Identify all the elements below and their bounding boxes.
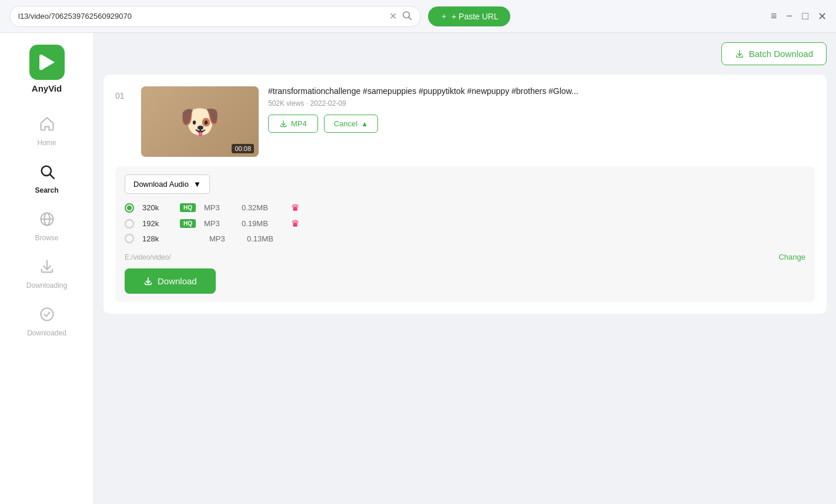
svg-line-1 bbox=[409, 17, 411, 19]
bitrate-192k: 192k bbox=[142, 219, 172, 228]
audio-dropdown-panel: Download Audio ▼ 320k HQ MP3 0.32MB ♛ bbox=[115, 166, 815, 302]
mp4-button[interactable]: MP4 bbox=[268, 115, 318, 133]
downloaded-icon bbox=[39, 306, 55, 327]
sidebar-item-browse-label: Browse bbox=[35, 234, 58, 242]
video-views: 502K views bbox=[268, 99, 304, 107]
video-title: #transformationchallenge #samepuppies #p… bbox=[268, 86, 815, 96]
video-date: 2022-02-09 bbox=[310, 99, 346, 107]
sidebar: AnyVid Home Search bbox=[0, 33, 94, 504]
sidebar-item-home-label: Home bbox=[37, 139, 56, 147]
change-label: Change bbox=[778, 253, 805, 261]
search-icon bbox=[39, 163, 55, 184]
sidebar-item-browse[interactable]: Browse bbox=[0, 205, 93, 248]
chevron-up-icon: ▲ bbox=[361, 120, 368, 128]
svg-rect-3 bbox=[39, 55, 43, 70]
download-button[interactable]: Download bbox=[125, 268, 216, 294]
window-controls: ≡ − □ ✕ bbox=[771, 10, 827, 23]
radio-192k[interactable] bbox=[125, 219, 134, 229]
hq-badge-192k: HQ bbox=[180, 219, 196, 228]
radio-128k[interactable] bbox=[125, 234, 134, 243]
video-header: 01 🐶 ▶ 00:08 #transformationchallenge #s… bbox=[115, 86, 815, 157]
sidebar-item-downloading[interactable]: Downloading bbox=[0, 253, 93, 295]
cancel-button[interactable]: Cancel ▲ bbox=[324, 115, 378, 133]
sidebar-item-downloaded-label: Downloaded bbox=[27, 329, 66, 337]
audio-dropdown-label: Download Audio bbox=[133, 180, 189, 189]
size-128k: 0.13MB bbox=[247, 234, 288, 243]
main-layout: AnyVid Home Search bbox=[0, 33, 836, 504]
bitrate-320k: 320k bbox=[142, 203, 172, 212]
app-logo-icon bbox=[29, 45, 65, 80]
audio-dropdown-button[interactable]: Download Audio ▼ bbox=[125, 174, 210, 194]
dog-silhouette: 🐶 bbox=[179, 102, 220, 141]
premium-crown-192k: ♛ bbox=[291, 218, 299, 229]
video-info: #transformationchallenge #samepuppies #p… bbox=[268, 86, 815, 133]
paste-url-plus-icon: ＋ bbox=[440, 11, 448, 22]
logo-area: AnyVid bbox=[29, 45, 65, 93]
titlebar: l13/video/7062539762560929070 ✕ ＋ + Past… bbox=[0, 0, 836, 33]
svg-point-10 bbox=[41, 308, 53, 321]
bitrate-128k: 128k bbox=[142, 234, 172, 243]
minimize-icon[interactable]: − bbox=[787, 10, 793, 22]
premium-crown-320k: ♛ bbox=[291, 202, 299, 213]
url-search-icon[interactable] bbox=[402, 10, 412, 23]
top-bar: Batch Download bbox=[103, 42, 827, 65]
format-192k: MP3 bbox=[204, 219, 233, 228]
size-192k: 0.19MB bbox=[242, 219, 283, 228]
audio-dropdown-arrow-icon: ▼ bbox=[193, 180, 201, 189]
radio-320k[interactable] bbox=[125, 203, 134, 213]
sidebar-item-search[interactable]: Search bbox=[0, 157, 93, 200]
batch-download-label: Batch Download bbox=[749, 49, 813, 59]
format-320k: MP3 bbox=[204, 203, 233, 212]
mp4-label: MP4 bbox=[291, 119, 307, 128]
url-clear-button[interactable]: ✕ bbox=[389, 11, 397, 22]
maximize-icon[interactable]: □ bbox=[802, 10, 808, 22]
paste-url-label: + Paste URL bbox=[452, 12, 499, 21]
svg-marker-2 bbox=[42, 55, 55, 70]
video-thumbnail[interactable]: 🐶 ▶ 00:08 bbox=[141, 86, 259, 157]
save-path-text: E:/video/video/ bbox=[125, 253, 171, 261]
video-actions: MP4 Cancel ▲ bbox=[268, 115, 815, 133]
cancel-label: Cancel bbox=[334, 119, 357, 128]
quality-row-128k[interactable]: 128k MP3 0.13MB bbox=[125, 234, 805, 243]
app-name: AnyVid bbox=[32, 83, 62, 93]
sidebar-item-search-label: Search bbox=[35, 186, 58, 194]
sidebar-item-home[interactable]: Home bbox=[0, 110, 93, 153]
size-320k: 0.32MB bbox=[242, 203, 283, 212]
download-label: Download bbox=[158, 276, 197, 286]
close-icon[interactable]: ✕ bbox=[818, 10, 827, 23]
batch-download-button[interactable]: Batch Download bbox=[721, 42, 827, 65]
quality-row-320k[interactable]: 320k HQ MP3 0.32MB ♛ bbox=[125, 202, 805, 213]
change-path-button[interactable]: Change bbox=[778, 253, 805, 261]
menu-icon[interactable]: ≡ bbox=[771, 10, 777, 22]
save-path-row: E:/video/video/ Change bbox=[125, 253, 805, 261]
content-area: Batch Download 01 🐶 ▶ 00:08 #transformat… bbox=[94, 33, 836, 504]
sidebar-item-downloaded[interactable]: Downloaded bbox=[0, 300, 93, 343]
radio-inner-320k bbox=[127, 206, 132, 210]
hq-badge-320k: HQ bbox=[180, 203, 196, 212]
url-text: l13/video/7062539762560929070 bbox=[18, 12, 384, 21]
video-index: 01 bbox=[115, 91, 132, 100]
video-card: 01 🐶 ▶ 00:08 #transformationchallenge #s… bbox=[103, 75, 827, 314]
format-128k: MP3 bbox=[209, 234, 239, 243]
quality-list: 320k HQ MP3 0.32MB ♛ 192k HQ MP3 0.19MB … bbox=[125, 202, 805, 243]
downloading-icon bbox=[39, 258, 55, 279]
url-bar: l13/video/7062539762560929070 ✕ bbox=[9, 6, 421, 27]
svg-line-5 bbox=[50, 174, 53, 178]
video-meta: 502K views · 2022-02-09 bbox=[268, 99, 815, 107]
video-duration: 00:08 bbox=[232, 144, 254, 153]
sidebar-item-downloading-label: Downloading bbox=[26, 281, 67, 290]
quality-row-192k[interactable]: 192k HQ MP3 0.19MB ♛ bbox=[125, 218, 805, 229]
home-icon bbox=[39, 116, 55, 136]
browse-icon bbox=[39, 211, 55, 231]
paste-url-button[interactable]: ＋ + Paste URL bbox=[428, 6, 510, 26]
